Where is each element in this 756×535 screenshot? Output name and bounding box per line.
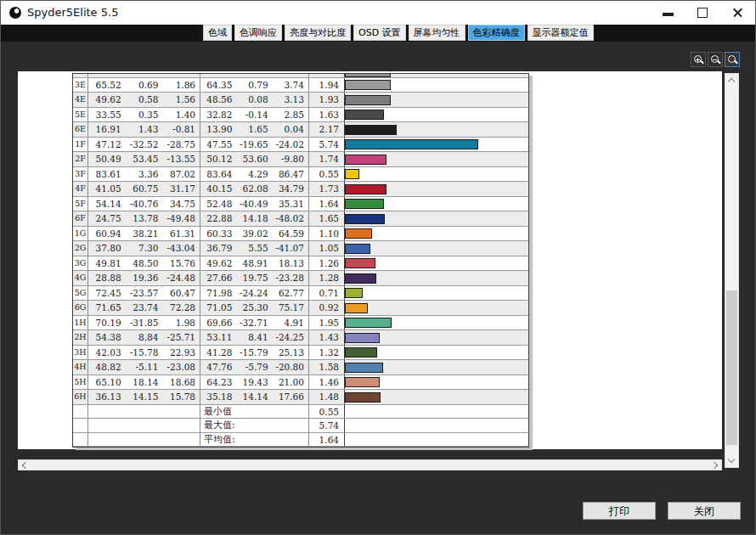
delta-e-bar <box>345 95 391 105</box>
patch-id-cell: 5E <box>73 108 88 122</box>
scroll-up-icon[interactable] <box>728 78 735 85</box>
delta-e-cell: 1.10 <box>309 227 345 241</box>
window-title: Spyder5Elite 5.5 <box>27 6 118 19</box>
measured-lab-cell: 70.19-31.851.98 <box>88 316 200 330</box>
content-area: 3E65.520.691.8664.350.793.741.944E49.620… <box>1 42 755 534</box>
delta-e-bar <box>345 288 363 298</box>
measured-lab-cell: 54.14-40.7634.75 <box>88 197 200 211</box>
delta-e-cell: 5.74 <box>309 138 345 152</box>
bar-chart-cell <box>345 197 528 211</box>
close-button[interactable] <box>720 1 754 25</box>
patch-id-cell: 5H <box>73 375 88 390</box>
minimize-button[interactable] <box>651 1 685 25</box>
summary-label-cell: 平均值: <box>200 433 309 447</box>
patch-id-cell: 2F <box>73 152 88 166</box>
reference-lab-cell: 47.55-19.65-24.02 <box>200 138 309 152</box>
delta-e-cell: 2.17 <box>309 122 345 137</box>
bar-chart-cell <box>345 316 528 330</box>
table-row: 5E33.550.351.4032.82-0.142.851.63 <box>73 108 528 123</box>
measured-lab-cell: 42.03-15.7822.93 <box>88 346 200 360</box>
reference-lab-cell: 32.82-0.142.85 <box>200 108 309 122</box>
table-row: 6F24.7513.78-49.4822.8814.18-48.021.65 <box>73 211 528 227</box>
zoom-out-icon <box>713 59 717 60</box>
bar-chart-cell <box>345 330 528 345</box>
table-row: 6G71.6523.7472.2871.0525.3075.170.92 <box>73 301 528 316</box>
patch-id-cell: 5F <box>73 197 88 211</box>
print-button[interactable]: 打印 <box>583 502 656 520</box>
table-row: 1H70.19-31.851.9869.66-32.714.911.95 <box>73 316 528 331</box>
tab-2[interactable]: 亮度与对比度 <box>285 25 351 41</box>
tab-3[interactable]: OSD 设置 <box>353 25 406 41</box>
patch-id-cell: 3F <box>73 167 88 182</box>
patch-id-cell: 6F <box>73 211 88 226</box>
reference-lab-cell: 22.8814.18-48.02 <box>200 211 309 226</box>
delta-e-bar <box>345 303 368 313</box>
scroll-right-icon[interactable] <box>711 462 718 469</box>
measured-lab-cell: 50.4953.45-13.55 <box>88 152 200 166</box>
reference-lab-cell: 41.28-15.7925.13 <box>200 346 309 360</box>
zoom-reset-button[interactable] <box>725 52 740 67</box>
delta-e-bar <box>345 244 370 254</box>
delta-e-bar <box>345 155 386 165</box>
maximize-button[interactable] <box>685 1 719 25</box>
tab-1[interactable]: 色调响应 <box>234 25 282 41</box>
delta-e-bar <box>345 333 380 343</box>
zoom-in-icon <box>700 59 704 64</box>
reference-lab-cell: 50.1253.60-9.80 <box>200 152 309 166</box>
table-row: 最大值:5.74 <box>73 419 528 433</box>
bar-chart-cell <box>345 227 528 241</box>
horizontal-scrollbar[interactable] <box>18 459 722 470</box>
bar-chart-cell <box>345 108 528 122</box>
bar-chart-cell <box>345 286 528 301</box>
delta-e-bar <box>345 80 391 90</box>
table-row: 4H48.82-5.11-23.0847.76-5.79-20.801.58 <box>73 360 528 375</box>
reference-lab-cell: 36.795.55-41.07 <box>200 241 309 256</box>
app-window: Spyder5Elite 5.5 色域色调响应亮度与对比度OSD 设置屏幕均匀性… <box>0 0 756 535</box>
tab-4[interactable]: 屏幕均匀性 <box>409 25 465 41</box>
bar-chart-cell <box>345 122 528 137</box>
reference-lab-cell: 64.2319.4321.00 <box>200 375 309 390</box>
scroll-left-icon[interactable] <box>22 462 29 469</box>
scroll-down-icon[interactable] <box>728 456 735 463</box>
delta-e-bar <box>345 347 377 358</box>
delta-e-cell: 1.65 <box>309 211 345 226</box>
table-row: 5F54.14-40.7634.7552.48-40.4935.311.64 <box>73 197 528 212</box>
bar-chart-cell <box>345 74 528 77</box>
table-row: 4E49.620.581.5648.560.083.131.93 <box>73 93 528 108</box>
measured-lab-cell: 16.911.43-0.81 <box>88 122 200 137</box>
measured-lab-cell: 54.388.84-25.71 <box>88 330 200 345</box>
delta-e-bar <box>345 377 380 387</box>
zoom-toolbar <box>691 52 740 67</box>
patch-id-cell: 5G <box>73 286 88 301</box>
bar-chart-cell <box>345 405 528 419</box>
table-row: 最小值0.55 <box>73 405 528 420</box>
tab-5[interactable]: 色彩精确度 <box>468 25 525 41</box>
zoom-in-button[interactable] <box>691 52 706 67</box>
bar-chart-cell <box>345 256 528 271</box>
close-dialog-button[interactable]: 关闭 <box>668 502 741 520</box>
reference-lab-cell: 53.118.41-24.25 <box>200 330 309 345</box>
summary-label-cell: 最小值 <box>200 405 309 419</box>
patch-id-cell <box>73 405 88 419</box>
patch-id-cell: 6G <box>73 301 88 315</box>
delta-e-bar <box>345 110 384 120</box>
zoom-out-button[interactable] <box>708 52 723 67</box>
delta-e-bar <box>345 392 381 403</box>
vertical-scrollbar[interactable] <box>725 73 739 468</box>
delta-e-bar <box>345 184 386 194</box>
measured-lab-cell: 65.1018.1418.68 <box>88 375 200 390</box>
tab-6[interactable]: 显示器额定值 <box>528 25 594 41</box>
summary-value-cell: 5.74 <box>309 419 345 432</box>
table-row: 1G60.9438.2161.3160.3339.0264.591.10 <box>73 227 528 242</box>
bar-chart-cell <box>345 93 528 107</box>
table-row: 3F83.613.3687.0283.644.2986.470.55 <box>73 167 528 183</box>
delta-e-cell: 0.71 <box>309 286 345 301</box>
table-row: 6H36.1314.1515.7835.1814.1417.661.48 <box>73 390 528 405</box>
measured-lab-cell <box>88 74 200 77</box>
tab-0[interactable]: 色域 <box>203 25 232 41</box>
vertical-scroll-thumb[interactable] <box>726 290 737 445</box>
patch-id-cell: 2G <box>73 241 88 256</box>
delta-e-cell: 1.28 <box>309 271 345 285</box>
delta-e-cell: 1.05 <box>309 241 345 256</box>
table-row: 6E16.911.43-0.8113.901.650.042.17 <box>73 122 528 138</box>
